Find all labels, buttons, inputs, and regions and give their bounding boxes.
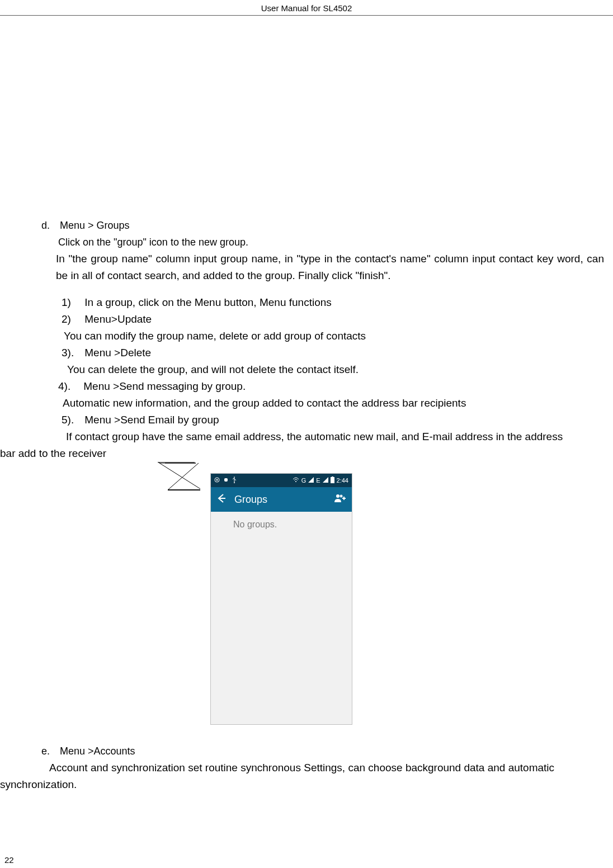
list-num-4: 4).	[58, 378, 81, 395]
section-d-click-line: Click on the "group" icon to the new gro…	[0, 234, 607, 251]
list-num-3: 3).	[62, 345, 82, 361]
list-item-3: 3). Menu >Delete	[0, 345, 607, 361]
header-rule	[0, 15, 613, 16]
section-e-title: Menu >Accounts	[60, 746, 135, 757]
section-d: d. Menu > Groups Click on the "group" ic…	[0, 217, 607, 462]
svg-point-31	[336, 494, 339, 498]
svg-line-20	[168, 463, 199, 490]
signal-icon-2	[323, 477, 328, 484]
network-g-label: G	[301, 477, 306, 484]
phone-status-bar: G E 2:44	[211, 474, 352, 487]
network-e-label: E	[316, 477, 320, 484]
section-e-para-line2: synchronization.	[0, 776, 607, 793]
svg-rect-23	[224, 478, 228, 482]
list-item-5: 5). Menu >Send Email by group	[0, 412, 607, 428]
battery-icon	[331, 477, 334, 484]
list-desc-1: You can modify the group name, delete or…	[0, 328, 607, 345]
bug-icon	[223, 477, 229, 484]
svg-point-25	[295, 481, 296, 482]
content: d. Menu > Groups Click on the "group" ic…	[0, 217, 613, 793]
svg-marker-27	[323, 477, 328, 483]
status-time: 2:44	[337, 477, 348, 484]
list-desc-2: You can delete the group, and will not d…	[0, 361, 607, 378]
gps-icon	[214, 477, 220, 484]
section-d-para1: In "the group name" column input group n…	[0, 251, 607, 284]
no-groups-text: No groups.	[211, 520, 352, 530]
back-arrow-icon[interactable]	[216, 493, 227, 506]
add-group-icon[interactable]	[334, 493, 346, 506]
list-num-1: 1)	[62, 294, 82, 311]
wifi-icon	[293, 477, 299, 484]
list-num-2: 2)	[62, 311, 82, 328]
section-e-label: e.	[41, 743, 57, 760]
list-text-3: Menu >Delete	[84, 347, 151, 358]
svg-point-32	[340, 494, 343, 497]
status-left-icons	[214, 477, 237, 484]
app-bar-title: Groups	[234, 494, 326, 506]
list-text-5: Menu >Send Email by group	[84, 414, 219, 426]
svg-rect-28	[331, 477, 334, 483]
page-number: 22	[4, 855, 14, 865]
list-item-2: 2) Menu>Update	[0, 311, 607, 328]
list-num-5: 5).	[62, 412, 82, 428]
svg-marker-26	[308, 477, 314, 483]
section-d-label: d.	[41, 217, 57, 234]
status-right-icons: G E 2:44	[293, 477, 348, 484]
section-e-heading: e. Menu >Accounts	[0, 743, 607, 760]
doc-header-title: User Manual for SL4502	[0, 0, 613, 15]
section-d-heading: d. Menu > Groups	[0, 217, 607, 234]
phone-screenshot: G E 2:44	[210, 473, 352, 725]
list-text-1: In a group, click on the Menu button, Me…	[84, 296, 332, 308]
page: User Manual for SL4502 d. Menu > Groups …	[0, 0, 613, 868]
spacer	[0, 284, 607, 294]
phone-body: No groups.	[211, 512, 352, 724]
phone-screenshot-wrap: G E 2:44	[0, 462, 607, 736]
svg-rect-29	[332, 477, 333, 477]
section-e: e. Menu >Accounts Account and synchroniz…	[0, 743, 607, 793]
list-desc-3: Automatic new information, and the group…	[0, 395, 607, 412]
section-e-para-line1: Account and synchronization set routine …	[0, 760, 607, 776]
svg-point-22	[216, 479, 218, 481]
phone-app-bar: Groups	[211, 487, 352, 512]
list-desc-4-line1: If contact group have the same email add…	[0, 428, 607, 445]
list-text-4: Menu >Send messaging by group.	[83, 380, 246, 392]
usb-icon	[232, 477, 237, 484]
list-text-2: Menu>Update	[84, 313, 152, 325]
signal-icon	[308, 477, 314, 484]
svg-point-24	[234, 482, 235, 483]
list-item-1: 1) In a group, click on the Menu button,…	[0, 294, 607, 311]
list-item-4: 4). Menu >Send messaging by group.	[0, 378, 607, 395]
section-d-title: Menu > Groups	[60, 220, 130, 231]
